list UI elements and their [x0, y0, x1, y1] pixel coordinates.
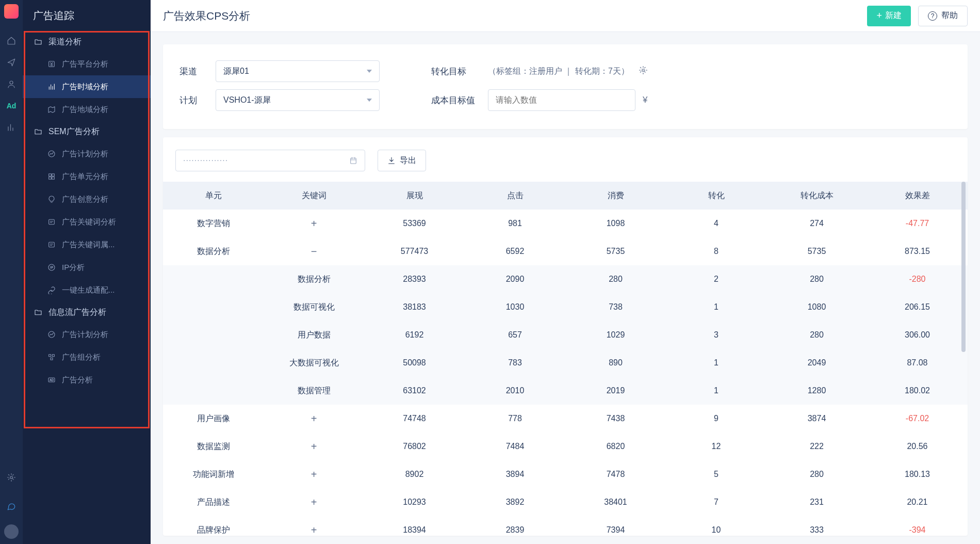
- table-cell: 6592: [465, 237, 565, 265]
- plan-select[interactable]: VSHO1-源犀: [216, 89, 380, 111]
- sidebar-cat-channel[interactable]: 渠道分析: [23, 31, 151, 53]
- expand-icon[interactable]: −: [311, 246, 317, 257]
- app-logo: [4, 4, 19, 19]
- table-cell: 数据分析: [264, 265, 364, 293]
- rail-user-icon[interactable]: [0, 73, 23, 95]
- help-button[interactable]: 帮助: [918, 6, 968, 26]
- rail-avatar[interactable]: [4, 524, 19, 539]
- expand-icon[interactable]: +: [311, 413, 317, 424]
- table-row[interactable]: 数据分析−5774736592573585735873.15: [163, 237, 968, 265]
- sidebar-item-feed-plan[interactable]: 广告计划分析: [23, 323, 151, 346]
- table-cell: 7484: [465, 433, 565, 460]
- bars-icon: [47, 83, 56, 91]
- table-cell: 76802: [364, 433, 465, 460]
- table-row[interactable]: 数据分析2839320902802280-280: [163, 265, 968, 293]
- expand-icon[interactable]: +: [311, 524, 317, 536]
- table-header[interactable]: 效果差: [867, 182, 968, 210]
- table-cell: 1080: [766, 293, 867, 321]
- expand-icon[interactable]: +: [311, 469, 317, 480]
- table-cell: 1029: [565, 321, 666, 349]
- rail-settings-icon[interactable]: [0, 467, 23, 488]
- rail-home-icon[interactable]: [0, 30, 23, 52]
- table-row[interactable]: 数据管理631022010201911280180.02: [163, 377, 968, 405]
- date-range-input[interactable]: ················: [175, 150, 365, 171]
- table-cell: -47.77: [867, 210, 968, 237]
- table-cell: 738: [565, 293, 666, 321]
- table-cell: 50098: [364, 349, 465, 377]
- table-header[interactable]: 单元: [163, 182, 264, 210]
- sidebar-item-sem-creative[interactable]: 广告创意分析: [23, 188, 151, 211]
- rail-send-icon[interactable]: [0, 52, 23, 73]
- table-header[interactable]: 展现: [364, 182, 465, 210]
- channel-select[interactable]: 源犀01: [216, 60, 380, 82]
- expand-icon[interactable]: +: [311, 497, 317, 508]
- export-button[interactable]: 导出: [378, 150, 426, 171]
- sidebar-item-time[interactable]: 广告时域分析: [23, 75, 151, 98]
- table-header[interactable]: 转化成本: [766, 182, 867, 210]
- goal-label: 转化目标: [431, 66, 488, 77]
- rail-chat-icon[interactable]: [0, 495, 23, 517]
- sidebar-item-sem-ip[interactable]: IP分析: [23, 256, 151, 279]
- data-toolbar: ················ 导出: [163, 150, 968, 182]
- sidebar-item-feed-group[interactable]: 广告组分析: [23, 346, 151, 369]
- table-header[interactable]: 点击: [465, 182, 565, 210]
- table-row[interactable]: 大数据可视化500987838901204987.08: [163, 349, 968, 377]
- table-row[interactable]: 功能词新增+8902389474785280180.13: [163, 460, 968, 488]
- tag-icon: [47, 218, 56, 226]
- table-cell: 1: [666, 377, 766, 405]
- sidebar-cat-sem[interactable]: SEM广告分析: [23, 121, 151, 142]
- table-cell: 53369: [364, 210, 465, 237]
- svg-point-0: [10, 81, 13, 84]
- table-cell: 3894: [465, 460, 565, 488]
- table-header[interactable]: 关键词: [264, 182, 364, 210]
- table-cell: +: [264, 405, 364, 433]
- rail-chart-icon[interactable]: [0, 117, 23, 138]
- table-cell: 用户数据: [264, 321, 364, 349]
- folder-icon: [34, 308, 42, 316]
- table-row[interactable]: 品牌保护+183942839739410333-394: [163, 516, 968, 536]
- table-cell: 数据监测: [163, 433, 264, 460]
- table-scroll[interactable]: 单元关键词展现点击消费转化转化成本效果差 数字营销+53369981109842…: [163, 182, 968, 536]
- gear-icon[interactable]: [639, 66, 648, 77]
- svg-rect-14: [51, 358, 53, 360]
- sidebar-item-sem-keyword[interactable]: 广告关键词分析: [23, 211, 151, 233]
- svg-rect-5: [52, 174, 55, 177]
- sidebar-cat-feed[interactable]: 信息流广告分析: [23, 301, 151, 323]
- page-header: 广告效果CPS分析 新建 帮助: [151, 0, 980, 32]
- table-header[interactable]: 转化: [666, 182, 766, 210]
- sidebar: 广告追踪 渠道分析 广告平台分析 广告时域分析 广告地域分析 SEM广告分析 广…: [23, 0, 151, 544]
- sidebar-item-sem-keyword-attr[interactable]: 广告关键词属...: [23, 233, 151, 256]
- rail-ad-icon[interactable]: Ad: [0, 95, 23, 117]
- table-cell: 306.00: [867, 321, 968, 349]
- table-row[interactable]: 产品描述+10293389238401723120.21: [163, 488, 968, 516]
- table-row[interactable]: 数据监测+76802748468201222220.56: [163, 433, 968, 460]
- table-cell: 9: [666, 405, 766, 433]
- expand-icon[interactable]: +: [311, 441, 317, 452]
- table-row[interactable]: 数字营销+5336998110984274-47.77: [163, 210, 968, 237]
- table-row[interactable]: 用户数据619265710293280306.00: [163, 321, 968, 349]
- cost-input[interactable]: [488, 89, 635, 111]
- table-cell: 8902: [364, 460, 465, 488]
- table-header[interactable]: 消费: [565, 182, 666, 210]
- sidebar-item-sem-generate[interactable]: 一键生成通配...: [23, 279, 151, 301]
- table-cell: 274: [766, 210, 867, 237]
- table-cell: 3892: [465, 488, 565, 516]
- table-cell: [163, 321, 264, 349]
- table-cell: 用户画像: [163, 405, 264, 433]
- expand-icon[interactable]: +: [311, 218, 317, 229]
- sidebar-item-region[interactable]: 广告地域分析: [23, 98, 151, 121]
- table-row[interactable]: 数据可视化38183103073811080206.15: [163, 293, 968, 321]
- sidebar-item-feed-ad[interactable]: 广告分析: [23, 369, 151, 391]
- table-cell: 5: [666, 460, 766, 488]
- scrollbar-thumb[interactable]: [961, 182, 966, 352]
- table-row[interactable]: 用户画像+74748778743893874-67.02: [163, 405, 968, 433]
- table-cell: 38401: [565, 488, 666, 516]
- new-button[interactable]: 新建: [867, 6, 911, 26]
- sidebar-item-sem-plan[interactable]: 广告计划分析: [23, 142, 151, 165]
- sidebar-item-platform[interactable]: 广告平台分析: [23, 53, 151, 75]
- table-cell: [163, 293, 264, 321]
- table-cell: 10: [666, 516, 766, 536]
- table-cell: 890: [565, 349, 666, 377]
- sidebar-item-sem-unit[interactable]: 广告单元分析: [23, 165, 151, 188]
- line-chart-icon: [47, 330, 56, 339]
